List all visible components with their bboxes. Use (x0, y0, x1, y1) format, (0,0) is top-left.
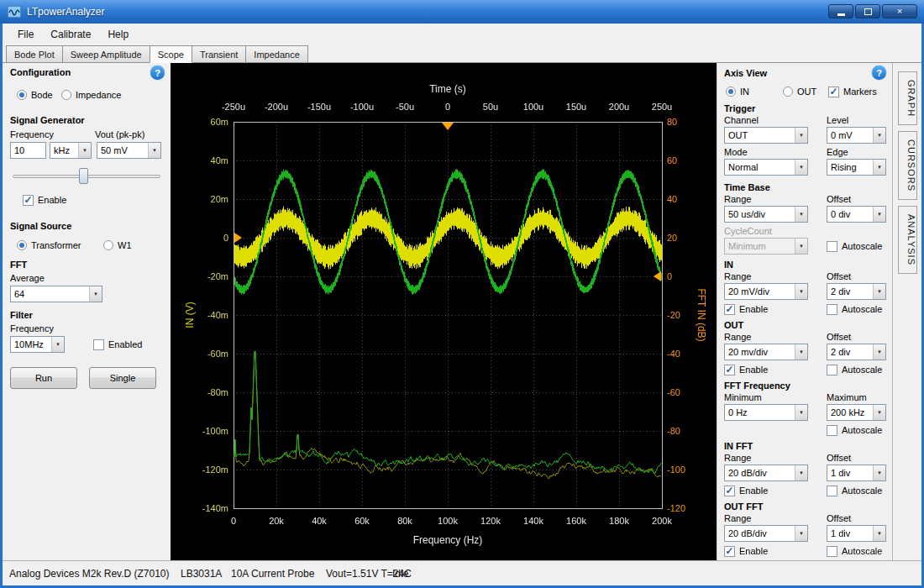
selected-value: 1 div (827, 526, 873, 541)
maximize-button[interactable] (855, 4, 880, 18)
menu-calibrate[interactable]: Calibrate (42, 26, 99, 43)
checkbox-label: Enable (739, 365, 768, 375)
axis-tick-label: 0 (223, 233, 228, 243)
fft-minimum-select[interactable]: 0 Hz▼ (724, 404, 808, 421)
out-range-select[interactable]: 20 mv/div▼ (724, 344, 808, 360)
in-autoscale-checkbox[interactable]: Autoscale (827, 303, 882, 315)
side-tab-graph[interactable]: GRAPH (898, 71, 917, 125)
minimize-button[interactable] (828, 4, 853, 18)
axis-tick-label: 40m (211, 155, 228, 165)
run-button[interactable]: Run (10, 367, 77, 389)
cyclecount-label: CycleCount (724, 226, 772, 236)
selected-value: OUT (725, 128, 795, 143)
trigger-edge-label: Edge (827, 147, 848, 157)
generator-enable-checkbox[interactable]: ✓ Enable (23, 194, 66, 206)
menu-help[interactable]: Help (99, 26, 137, 43)
help-icon[interactable]: ? (150, 66, 165, 80)
single-button[interactable]: Single (89, 367, 156, 389)
radio-icon (17, 90, 27, 100)
filter-frequency-label: Frequency (10, 323, 54, 333)
selected-value: 0 mV (827, 128, 873, 143)
axis-view-in-radio[interactable]: IN (726, 86, 749, 97)
axis-tick-label: 120k (480, 516, 501, 526)
out-fft-offset-select[interactable]: 1 div▼ (827, 525, 886, 542)
in-fft-autoscale-checkbox[interactable]: Autoscale (827, 485, 882, 496)
trigger-mode-select[interactable]: Normal▼ (724, 159, 808, 176)
left-panel: Configuration ? Bode Impedance Signal Ge… (3, 63, 171, 560)
in-fft-enable-checkbox[interactable]: ✓ Enable (724, 485, 768, 496)
fft-frequency-title: FFT Frequency (724, 381, 790, 391)
checkbox-icon: ✓ (23, 195, 34, 206)
frequency-input[interactable] (10, 142, 46, 159)
in-fft-range-select[interactable]: 20 dB/div▼ (724, 465, 808, 481)
out-fft-range-select[interactable]: 20 dB/div▼ (724, 525, 808, 542)
out-fft-enable-checkbox[interactable]: ✓ Enable (724, 545, 768, 557)
help-icon[interactable]: ? (872, 66, 886, 80)
in-enable-checkbox[interactable]: ✓ Enable (724, 303, 768, 315)
out-autoscale-checkbox[interactable]: Autoscale (827, 364, 882, 375)
checkbox-label: Autoscale (842, 546, 882, 556)
menu-bar: File Calibrate Help (3, 24, 921, 45)
fft-frequency-autoscale-checkbox[interactable]: Autoscale (827, 424, 882, 436)
tab-impedance[interactable]: Impedance (245, 45, 307, 62)
axis-tick-label: -250u (222, 102, 245, 112)
source-w1-radio[interactable]: W1 (103, 239, 132, 251)
config-impedance-radio[interactable]: Impedance (61, 89, 121, 101)
out-section-title: OUT (724, 320, 743, 330)
configuration-title: Configuration (10, 67, 71, 77)
tab-scope[interactable]: Scope (150, 45, 192, 63)
checkbox-label: Autoscale (842, 304, 882, 314)
out-enable-checkbox[interactable]: ✓ Enable (724, 364, 768, 375)
tab-transient[interactable]: Transient (192, 45, 246, 62)
dropdown-arrow-icon: ▼ (795, 239, 807, 254)
selected-value: kHz (50, 143, 78, 158)
time-base-offset-select[interactable]: 0 div▼ (827, 206, 886, 223)
tab-sweep-amplitude[interactable]: Sweep Amplitude (62, 45, 150, 62)
trigger-edge-select[interactable]: Rising▼ (827, 159, 886, 176)
checkbox-label: Enable (739, 546, 768, 556)
amplitude-slider[interactable] (13, 167, 160, 184)
scope-plot-canvas[interactable] (171, 63, 717, 560)
markers-checkbox[interactable]: ✓ Markers (828, 86, 877, 97)
axis-tick-label: -40 (667, 349, 680, 359)
trigger-time-marker-icon[interactable] (442, 123, 454, 130)
time-base-autoscale-checkbox[interactable]: Autoscale (827, 240, 882, 252)
source-transformer-radio[interactable]: Transformer (17, 239, 81, 251)
radio-label: W1 (118, 240, 132, 250)
out-fft-autoscale-checkbox[interactable]: Autoscale (827, 545, 882, 557)
axis-tick-label: 200u (609, 102, 629, 112)
side-tab-analysis[interactable]: ANALYSIS (898, 206, 917, 274)
checkbox-label: Enable (739, 486, 768, 496)
filter-frequency-select[interactable]: 10MHz▼ (10, 336, 65, 353)
close-icon: × (897, 7, 902, 16)
in-offset-select[interactable]: 2 div▼ (827, 283, 886, 300)
slider-thumb[interactable] (79, 168, 88, 184)
axis-tick-label: -150u (307, 102, 331, 112)
axis-tick-label: 250u (652, 102, 672, 112)
trigger-channel-select[interactable]: OUT▼ (724, 127, 808, 144)
fft-maximum-select[interactable]: 200 kHz▼ (827, 404, 886, 421)
vout-select[interactable]: 50 mV▼ (97, 142, 161, 159)
checkbox-label: Autoscale (842, 486, 882, 496)
time-base-range-select[interactable]: 50 us/div▼ (724, 206, 808, 223)
side-tab-cursors[interactable]: CURSORS (898, 131, 917, 200)
filter-enabled-checkbox[interactable]: Enabled (93, 339, 142, 350)
checkbox-icon: ✓ (828, 87, 839, 97)
trigger-level-select[interactable]: 0 mV▼ (827, 127, 886, 144)
out-offset-select[interactable]: 2 div▼ (827, 344, 886, 360)
in-zero-marker-icon[interactable] (234, 233, 242, 243)
frequency-label: Frequency (10, 129, 54, 139)
menu-file[interactable]: File (9, 26, 42, 43)
tab-bode-plot[interactable]: Bode Plot (6, 45, 63, 62)
axis-view-out-radio[interactable]: OUT (783, 86, 816, 97)
config-bode-radio[interactable]: Bode (17, 89, 53, 101)
fft-average-select[interactable]: 64▼ (10, 286, 102, 302)
in-fft-offset-select[interactable]: 1 div▼ (827, 465, 886, 481)
axis-tick-label: 60m (211, 117, 228, 127)
checkbox-icon: ✓ (724, 365, 735, 375)
frequency-unit-select[interactable]: kHz▼ (50, 142, 92, 159)
in-range-select[interactable]: 20 mV/div▼ (724, 283, 808, 300)
close-button[interactable]: × (882, 4, 917, 18)
fft-zero-marker-icon[interactable] (654, 271, 661, 281)
trigger-level-label: Level (827, 115, 848, 125)
